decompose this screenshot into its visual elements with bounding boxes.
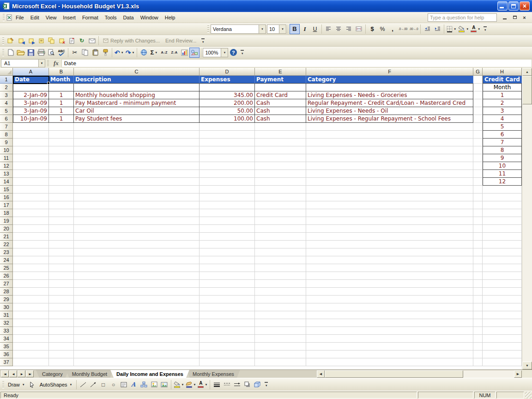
cell-D25[interactable] xyxy=(200,264,255,272)
menu-tools[interactable]: Tools xyxy=(102,13,120,22)
cell-D3[interactable]: 345.00 xyxy=(200,91,255,99)
cell-G27[interactable] xyxy=(473,280,483,288)
tab-daily-income-and-expenses[interactable]: Daily Income and Expenses xyxy=(110,370,189,378)
cell-B28[interactable] xyxy=(49,288,74,296)
menu-help[interactable]: Help xyxy=(162,13,179,22)
cell-E3[interactable]: Credit Card xyxy=(255,91,306,99)
cell-C7[interactable] xyxy=(74,123,200,131)
cell-G33[interactable] xyxy=(473,327,483,335)
cell-G35[interactable] xyxy=(473,343,483,351)
cell-D12[interactable] xyxy=(200,162,255,170)
cell-G30[interactable] xyxy=(473,303,483,311)
cell-G21[interactable] xyxy=(473,233,483,241)
row-header-8[interactable]: 8 xyxy=(0,131,13,139)
cell-E23[interactable] xyxy=(255,248,306,256)
cell-C9[interactable] xyxy=(74,139,200,146)
cell-C37[interactable] xyxy=(74,358,200,366)
cell-B27[interactable] xyxy=(49,280,74,288)
menu-view[interactable]: View xyxy=(42,13,60,22)
row-header-34[interactable]: 34 xyxy=(0,335,13,343)
cell-E2[interactable] xyxy=(255,84,306,91)
cell-C24[interactable] xyxy=(74,256,200,264)
font-color-button[interactable]: A▼ xyxy=(470,24,481,34)
cell-D28[interactable] xyxy=(200,288,255,296)
cell-G31[interactable] xyxy=(473,311,483,319)
reply-with-changes-button[interactable]: Reply with Changes... xyxy=(100,38,163,43)
cell-B11[interactable] xyxy=(49,154,74,162)
cell-A10[interactable] xyxy=(13,146,49,154)
cell-A7[interactable] xyxy=(13,123,49,131)
cell-G19[interactable] xyxy=(473,217,483,225)
cell-F11[interactable] xyxy=(306,154,473,162)
font-name-combo[interactable]: Verdana ▼ xyxy=(211,24,266,34)
cell-B33[interactable] xyxy=(49,327,74,335)
cell-D35[interactable] xyxy=(200,343,255,351)
cell-D16[interactable] xyxy=(200,193,255,201)
close-button[interactable]: × xyxy=(520,1,530,11)
cell-F31[interactable] xyxy=(306,311,473,319)
scroll-right-button[interactable]: ▶ xyxy=(514,370,522,378)
cell-A33[interactable] xyxy=(13,327,49,335)
cell-B4[interactable]: 1 xyxy=(49,99,74,107)
cell-H22[interactable] xyxy=(483,241,522,248)
cell-F14[interactable] xyxy=(306,178,473,186)
cell-F8[interactable] xyxy=(306,131,473,139)
cell-E6[interactable]: Cash xyxy=(255,115,306,123)
cell-F3[interactable]: Living Expenses - Needs - Groceries xyxy=(306,91,473,99)
cell-F26[interactable] xyxy=(306,272,473,280)
cell-F12[interactable] xyxy=(306,162,473,170)
increase-indent-button[interactable] xyxy=(432,24,442,34)
cell-D34[interactable] xyxy=(200,335,255,343)
align-right-button[interactable] xyxy=(344,24,354,34)
shadow-style-button[interactable] xyxy=(242,380,252,390)
cell-A17[interactable] xyxy=(13,201,49,209)
cell-B16[interactable] xyxy=(49,193,74,201)
cell-F5[interactable]: Living Expenses - Needs - Oil xyxy=(306,107,473,115)
column-header-d[interactable]: D xyxy=(200,68,255,76)
chevron-down-icon[interactable]: ▼ xyxy=(221,48,228,57)
cell-A16[interactable] xyxy=(13,193,49,201)
cell-H21[interactable] xyxy=(483,233,522,241)
cell-D26[interactable] xyxy=(200,272,255,280)
row-header-16[interactable]: 16 xyxy=(0,193,13,201)
cell-D30[interactable] xyxy=(200,303,255,311)
cell-D22[interactable] xyxy=(200,241,255,248)
threed-style-button[interactable] xyxy=(252,380,262,390)
row-header-13[interactable]: 13 xyxy=(0,170,13,178)
cell-C22[interactable] xyxy=(74,241,200,248)
cell-B29[interactable] xyxy=(49,296,74,303)
open-button[interactable] xyxy=(16,48,26,58)
cell-B31[interactable] xyxy=(49,311,74,319)
cell-G2[interactable] xyxy=(473,84,483,91)
font-size-combo[interactable]: 10 ▼ xyxy=(267,24,286,34)
cell-G10[interactable] xyxy=(473,146,483,154)
insert-picture-button[interactable] xyxy=(159,380,169,390)
row-header-11[interactable]: 11 xyxy=(0,154,13,162)
cell-B17[interactable] xyxy=(49,201,74,209)
cell-D23[interactable] xyxy=(200,248,255,256)
cell-C23[interactable] xyxy=(74,248,200,256)
dash-style-button[interactable] xyxy=(222,380,232,390)
toolbar-options-button[interactable]: ▾ xyxy=(241,50,244,55)
menu-window[interactable]: Window xyxy=(137,13,162,22)
column-header-e[interactable]: E xyxy=(255,68,306,76)
cell-G29[interactable] xyxy=(473,296,483,303)
cell-C5[interactable]: Car Oil xyxy=(74,107,200,115)
cell-E33[interactable] xyxy=(255,327,306,335)
cell-E25[interactable] xyxy=(255,264,306,272)
cell-G34[interactable] xyxy=(473,335,483,343)
cell-H3[interactable]: 1 xyxy=(483,91,522,99)
end-review-button[interactable]: End Review... xyxy=(163,38,199,43)
cell-G3[interactable] xyxy=(473,91,483,99)
cell-D27[interactable] xyxy=(200,280,255,288)
cell-B7[interactable] xyxy=(49,123,74,131)
cell-E26[interactable] xyxy=(255,272,306,280)
row-header-35[interactable]: 35 xyxy=(0,343,13,351)
drawing-toolbar-grip[interactable] xyxy=(2,381,4,388)
cell-D4[interactable]: 200.00 xyxy=(200,99,255,107)
cell-E17[interactable] xyxy=(255,201,306,209)
cell-H30[interactable] xyxy=(483,303,522,311)
row-header-3[interactable]: 3 xyxy=(0,91,13,99)
cell-G17[interactable] xyxy=(473,201,483,209)
menu-insert[interactable]: Insert xyxy=(60,13,79,22)
